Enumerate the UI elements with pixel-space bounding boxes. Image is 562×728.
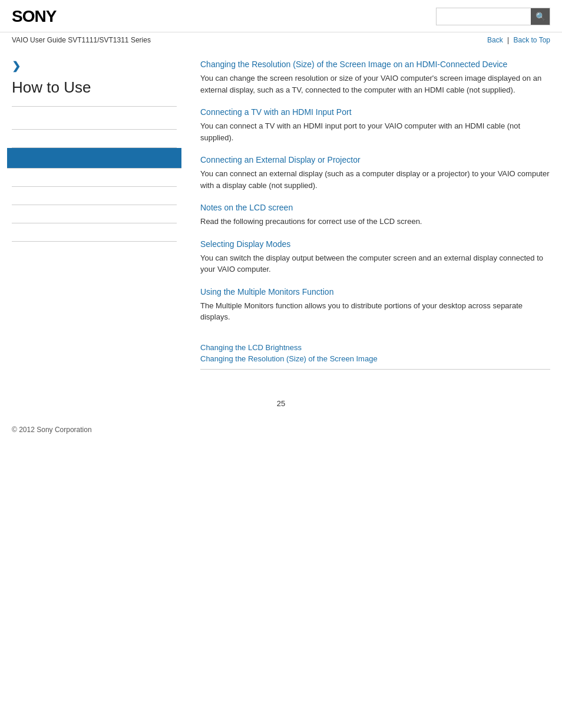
search-input[interactable] [437,8,531,25]
content-section-2: Connecting a TV with an HDMI Input Port … [200,107,550,143]
content-section-6: Using the Multiple Monitors Function The… [200,287,550,323]
section-4-body: Read the following precautions for corre… [200,216,550,228]
search-button[interactable]: 🔍 [531,8,550,25]
content-section-3: Connecting an External Display or Projec… [200,155,550,191]
sidebar-item-6[interactable] [12,205,177,223]
content-bottom-divider [200,369,550,370]
sidebar-item-2[interactable] [12,130,177,148]
sidebar-item-7[interactable] [12,223,177,242]
section-3-title[interactable]: Connecting an External Display or Projec… [200,155,550,164]
sidebar-item-3-active[interactable] [7,148,181,169]
content-section-5: Selecting Display Modes You can switch t… [200,239,550,275]
section-1-body: You can change the screen resolution or … [200,73,550,95]
search-box: 🔍 [436,8,550,25]
back-link[interactable]: Back [487,36,503,44]
bottom-link-2[interactable]: Changing the Resolution (Size) of the Sc… [200,354,550,363]
nav-bar: VAIO User Guide SVT1111/SVT1311 Series B… [0,32,562,48]
sony-logo: SONY [12,7,56,26]
sidebar-title: How to Use [12,78,177,97]
section-2-body: You can connect a TV with an HDMI input … [200,120,550,143]
sidebar: ❯ How to Use [12,48,189,387]
content-area: Changing the Resolution (Size) of the Sc… [189,48,550,387]
content-section-4: Notes on the LCD screen Read the followi… [200,203,550,228]
sidebar-items [12,106,177,242]
copyright: © 2012 Sony Corporation [12,426,92,434]
section-5-title[interactable]: Selecting Display Modes [200,239,550,249]
section-5-body: You can switch the display output betwee… [200,252,550,275]
content-section-1: Changing the Resolution (Size) of the Sc… [200,60,550,95]
page-number: 25 [0,387,562,414]
nav-separator: | [507,36,509,44]
section-4-title[interactable]: Notes on the LCD screen [200,203,550,212]
sidebar-item-1[interactable] [12,111,177,130]
search-icon: 🔍 [535,12,546,21]
sidebar-item-5[interactable] [12,187,177,205]
bottom-link-1[interactable]: Changing the LCD Brightness [200,343,550,352]
section-6-body: The Multiple Monitors function allows yo… [200,300,550,323]
sidebar-item-4[interactable] [12,169,177,187]
footer: © 2012 Sony Corporation [0,414,562,440]
page-header: SONY 🔍 [0,0,562,32]
section-1-title[interactable]: Changing the Resolution (Size) of the Sc… [200,60,550,69]
bottom-links: Changing the LCD Brightness Changing the… [200,337,550,363]
sidebar-divider-1 [12,106,177,107]
section-6-title[interactable]: Using the Multiple Monitors Function [200,287,550,297]
section-3-body: You can connect an external display (suc… [200,168,550,191]
section-2-title[interactable]: Connecting a TV with an HDMI Input Port [200,107,550,117]
guide-title: VAIO User Guide SVT1111/SVT1311 Series [12,36,151,44]
back-to-top-link[interactable]: Back to Top [514,36,550,44]
sidebar-arrow[interactable]: ❯ [12,60,177,73]
main-container: ❯ How to Use Changing the Resolution (Si… [0,48,562,387]
nav-links: Back | Back to Top [487,36,550,44]
